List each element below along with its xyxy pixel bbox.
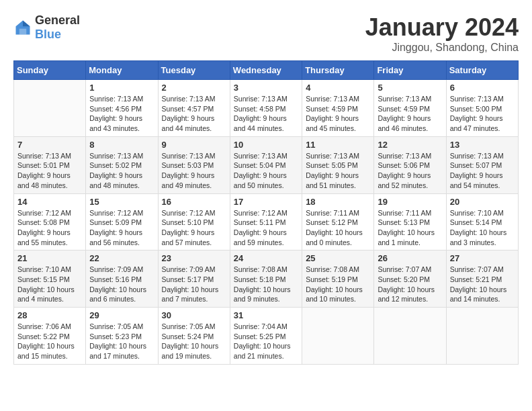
calendar-cell: 23Sunrise: 7:09 AMSunset: 5:17 PMDayligh… — [158, 250, 230, 308]
day-info: Sunrise: 7:13 AMSunset: 4:59 PMDaylight:… — [378, 94, 442, 134]
logo-icon — [13, 18, 32, 37]
calendar-cell: 28Sunrise: 7:06 AMSunset: 5:22 PMDayligh… — [14, 308, 86, 365]
calendar-cell: 14Sunrise: 7:12 AMSunset: 5:08 PMDayligh… — [14, 193, 86, 250]
day-info: Sunrise: 7:13 AMSunset: 5:02 PMDaylight:… — [89, 151, 154, 191]
calendar-cell: 24Sunrise: 7:08 AMSunset: 5:18 PMDayligh… — [230, 250, 302, 308]
day-info: Sunrise: 7:07 AMSunset: 5:20 PMDaylight:… — [378, 265, 442, 304]
weekday-header: Friday — [374, 61, 446, 80]
day-number: 29 — [89, 310, 154, 320]
calendar-cell: 31Sunrise: 7:04 AMSunset: 5:25 PMDayligh… — [230, 308, 302, 365]
day-info: Sunrise: 7:12 AMSunset: 5:08 PMDaylight:… — [17, 208, 82, 248]
day-info: Sunrise: 7:13 AMSunset: 5:03 PMDaylight:… — [162, 151, 226, 191]
day-info: Sunrise: 7:04 AMSunset: 5:25 PMDaylight:… — [234, 322, 298, 361]
day-number: 3 — [234, 83, 298, 93]
calendar-cell: 12Sunrise: 7:13 AMSunset: 5:06 PMDayligh… — [374, 136, 446, 193]
day-info: Sunrise: 7:05 AMSunset: 5:23 PMDaylight:… — [89, 322, 154, 361]
day-info: Sunrise: 7:13 AMSunset: 4:56 PMDaylight:… — [89, 94, 154, 134]
day-info: Sunrise: 7:09 AMSunset: 5:17 PMDaylight:… — [162, 265, 226, 304]
day-info: Sunrise: 7:10 AMSunset: 5:14 PMDaylight:… — [450, 208, 515, 248]
day-info: Sunrise: 7:08 AMSunset: 5:18 PMDaylight:… — [234, 265, 298, 304]
calendar-header: SundayMondayTuesdayWednesdayThursdayFrid… — [14, 61, 519, 80]
weekday-header: Sunday — [14, 61, 86, 80]
day-info: Sunrise: 7:13 AMSunset: 5:04 PMDaylight:… — [234, 151, 298, 191]
calendar-cell: 4Sunrise: 7:13 AMSunset: 4:59 PMDaylight… — [302, 80, 374, 137]
calendar-cell — [14, 80, 86, 137]
svg-marker-1 — [23, 21, 30, 27]
day-number: 21 — [17, 253, 82, 263]
day-info: Sunrise: 7:12 AMSunset: 5:09 PMDaylight:… — [89, 208, 154, 248]
calendar-cell: 20Sunrise: 7:10 AMSunset: 5:14 PMDayligh… — [446, 193, 518, 250]
calendar-cell: 22Sunrise: 7:09 AMSunset: 5:16 PMDayligh… — [86, 250, 158, 308]
calendar-cell: 3Sunrise: 7:13 AMSunset: 4:58 PMDaylight… — [230, 80, 302, 137]
day-info: Sunrise: 7:13 AMSunset: 5:07 PMDaylight:… — [450, 151, 515, 191]
weekday-header: Tuesday — [158, 61, 230, 80]
weekday-row: SundayMondayTuesdayWednesdayThursdayFrid… — [14, 61, 519, 80]
day-number: 4 — [306, 83, 370, 93]
calendar-week-row: 1Sunrise: 7:13 AMSunset: 4:56 PMDaylight… — [14, 80, 519, 137]
logo-general: General — [35, 13, 80, 27]
day-number: 12 — [378, 140, 442, 150]
day-info: Sunrise: 7:10 AMSunset: 5:15 PMDaylight:… — [17, 265, 82, 304]
calendar-week-row: 28Sunrise: 7:06 AMSunset: 5:22 PMDayligh… — [14, 308, 519, 365]
day-info: Sunrise: 7:06 AMSunset: 5:22 PMDaylight:… — [17, 322, 82, 361]
day-number: 24 — [234, 253, 298, 263]
day-number: 23 — [162, 253, 226, 263]
calendar-cell: 27Sunrise: 7:07 AMSunset: 5:21 PMDayligh… — [446, 250, 518, 308]
calendar-cell: 18Sunrise: 7:11 AMSunset: 5:12 PMDayligh… — [302, 193, 374, 250]
day-info: Sunrise: 7:08 AMSunset: 5:19 PMDaylight:… — [306, 265, 370, 304]
day-number: 9 — [162, 140, 226, 150]
day-info: Sunrise: 7:13 AMSunset: 4:59 PMDaylight:… — [306, 94, 370, 134]
day-number: 1 — [89, 83, 154, 93]
calendar-cell: 2Sunrise: 7:13 AMSunset: 4:57 PMDaylight… — [158, 80, 230, 137]
logo-blue: Blue — [35, 28, 61, 41]
calendar-cell — [446, 308, 518, 365]
day-number: 6 — [450, 83, 515, 93]
day-number: 31 — [234, 310, 298, 320]
day-info: Sunrise: 7:09 AMSunset: 5:16 PMDaylight:… — [89, 265, 154, 304]
location-title: Jinggou, Shandong, China — [365, 42, 519, 54]
title-block: January 2024 Jinggou, Shandong, China — [365, 13, 519, 54]
logo-text: General Blue — [35, 13, 80, 42]
calendar-cell — [374, 308, 446, 365]
calendar-body: 1Sunrise: 7:13 AMSunset: 4:56 PMDaylight… — [14, 80, 519, 365]
weekday-header: Monday — [86, 61, 158, 80]
day-info: Sunrise: 7:13 AMSunset: 5:00 PMDaylight:… — [450, 94, 515, 134]
day-info: Sunrise: 7:12 AMSunset: 5:11 PMDaylight:… — [234, 208, 298, 248]
day-number: 16 — [162, 197, 226, 207]
weekday-header: Saturday — [446, 61, 518, 80]
month-title: January 2024 — [365, 13, 519, 42]
day-number: 7 — [17, 140, 82, 150]
page-header: General Blue January 2024 Jinggou, Shand… — [13, 13, 519, 54]
day-number: 19 — [378, 197, 442, 207]
day-number: 30 — [162, 310, 226, 320]
day-number: 15 — [89, 197, 154, 207]
day-number: 18 — [306, 197, 370, 207]
day-number: 27 — [450, 253, 515, 263]
day-number: 22 — [89, 253, 154, 263]
day-number: 2 — [162, 83, 226, 93]
calendar-cell: 10Sunrise: 7:13 AMSunset: 5:04 PMDayligh… — [230, 136, 302, 193]
day-number: 26 — [378, 253, 442, 263]
day-info: Sunrise: 7:13 AMSunset: 5:05 PMDaylight:… — [306, 151, 370, 191]
day-number: 11 — [306, 140, 370, 150]
day-number: 25 — [306, 253, 370, 263]
day-info: Sunrise: 7:12 AMSunset: 5:10 PMDaylight:… — [162, 208, 226, 248]
day-number: 14 — [17, 197, 82, 207]
day-info: Sunrise: 7:13 AMSunset: 4:58 PMDaylight:… — [234, 94, 298, 134]
day-number: 13 — [450, 140, 515, 150]
calendar-table: SundayMondayTuesdayWednesdayThursdayFrid… — [13, 60, 519, 365]
day-info: Sunrise: 7:07 AMSunset: 5:21 PMDaylight:… — [450, 265, 515, 304]
calendar-cell: 1Sunrise: 7:13 AMSunset: 4:56 PMDaylight… — [86, 80, 158, 137]
weekday-header: Thursday — [302, 61, 374, 80]
calendar-cell: 6Sunrise: 7:13 AMSunset: 5:00 PMDaylight… — [446, 80, 518, 137]
calendar-cell: 9Sunrise: 7:13 AMSunset: 5:03 PMDaylight… — [158, 136, 230, 193]
calendar-cell: 26Sunrise: 7:07 AMSunset: 5:20 PMDayligh… — [374, 250, 446, 308]
day-info: Sunrise: 7:13 AMSunset: 5:06 PMDaylight:… — [378, 151, 442, 191]
calendar-cell: 7Sunrise: 7:13 AMSunset: 5:01 PMDaylight… — [14, 136, 86, 193]
day-number: 8 — [89, 140, 154, 150]
logo: General Blue — [13, 13, 80, 42]
calendar-cell: 13Sunrise: 7:13 AMSunset: 5:07 PMDayligh… — [446, 136, 518, 193]
calendar-cell: 30Sunrise: 7:05 AMSunset: 5:24 PMDayligh… — [158, 308, 230, 365]
day-info: Sunrise: 7:11 AMSunset: 5:12 PMDaylight:… — [306, 208, 370, 248]
day-info: Sunrise: 7:13 AMSunset: 4:57 PMDaylight:… — [162, 94, 226, 134]
